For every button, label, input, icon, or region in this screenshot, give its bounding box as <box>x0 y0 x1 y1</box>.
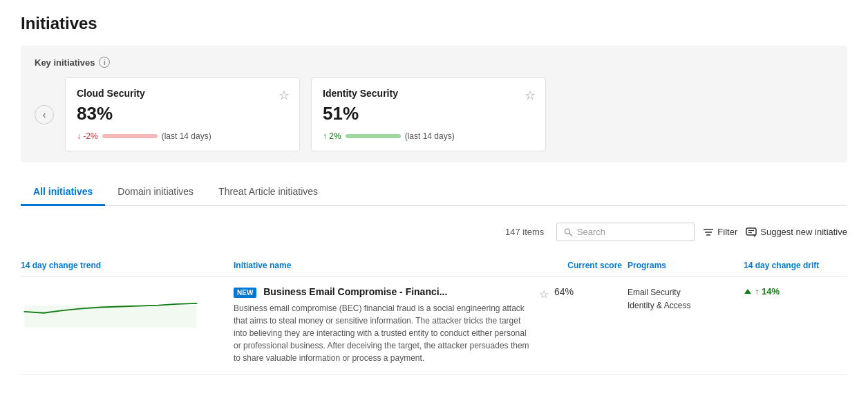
table-header: 14 day change trend Initiative name Curr… <box>21 256 847 276</box>
items-count: 147 items <box>505 227 544 237</box>
program-2: Identity & Access <box>628 299 738 312</box>
page-title: Initiatives <box>21 14 847 33</box>
drift-cell: ↑ 14% <box>744 286 847 297</box>
card-trend-identity: ↑ 2% (last 14 days) <box>323 131 534 141</box>
table-toolbar: 147 items Filter Suggest new init <box>21 217 847 247</box>
filter-icon <box>703 227 714 237</box>
trend-bar-identity <box>346 134 401 138</box>
trend-label-identity: (last 14 days) <box>405 131 455 141</box>
card-title-identity: Identity Security <box>323 88 534 99</box>
table-row: NEW Business Email Compromise - Financi.… <box>21 276 847 375</box>
filter-label: Filter <box>717 227 737 237</box>
col-trend: 14 day change trend <box>21 261 228 270</box>
tabs-section: All initiatives Domain initiatives Threa… <box>21 179 847 206</box>
star-button-identity[interactable]: ☆ <box>525 88 536 103</box>
card-trend-cloud: ↓ -2% (last 14 days) <box>77 131 288 141</box>
trend-value-identity: ↑ 2% <box>323 131 341 141</box>
row-star-button[interactable]: ☆ <box>539 288 549 301</box>
cards-row: ‹ ☆ Cloud Security 83% ↓ -2% (last 14 da… <box>35 77 833 151</box>
svg-rect-8 <box>24 306 196 328</box>
card-percent-cloud: 83% <box>77 103 288 124</box>
col-programs: Programs <box>628 261 738 270</box>
tabs: All initiatives Domain initiatives Threa… <box>21 179 847 206</box>
trend-chart <box>21 286 200 328</box>
drift-up-icon <box>744 288 752 296</box>
programs-cell: Email Security Identity & Access <box>628 286 738 312</box>
initiative-card-cloud-security: ☆ Cloud Security 83% ↓ -2% (last 14 days… <box>65 77 300 151</box>
key-initiatives-label: Key initiatives <box>35 57 95 68</box>
svg-rect-5 <box>746 228 756 235</box>
filter-button[interactable]: Filter <box>703 227 737 237</box>
search-icon <box>564 227 573 237</box>
card-percent-identity: 51% <box>323 103 534 124</box>
drift-value: ↑ 14% <box>744 286 847 297</box>
new-badge: NEW <box>234 288 256 298</box>
score-cell: ☆ 64% <box>539 286 622 301</box>
suggest-button[interactable]: Suggest new initiative <box>746 227 847 237</box>
col-name: Initiative name <box>234 261 534 270</box>
trend-bar-cloud <box>102 134 158 138</box>
initiative-card-identity-security: ☆ Identity Security 51% ↑ 2% (last 14 da… <box>311 77 546 151</box>
prev-button[interactable]: ‹ <box>35 105 54 124</box>
initiative-title-row: NEW Business Email Compromise - Financi.… <box>234 286 534 298</box>
star-button-cloud[interactable]: ☆ <box>279 88 290 103</box>
score-value: 64% <box>554 286 574 297</box>
key-initiatives-section: Key initiatives i ‹ ☆ Cloud Security 83%… <box>21 46 847 162</box>
tab-threat-article-initiatives[interactable]: Threat Article initiatives <box>206 179 330 206</box>
col-drift: 14 day change drift <box>744 261 847 270</box>
initiative-title[interactable]: Business Email Compromise - Financi... <box>263 286 447 297</box>
tab-domain-initiatives[interactable]: Domain initiatives <box>105 179 206 206</box>
svg-marker-9 <box>744 289 751 294</box>
initiative-description: Business email compromise (BEC) financia… <box>234 302 534 364</box>
trend-cell <box>21 286 228 330</box>
suggest-icon <box>746 227 757 237</box>
initiative-name-cell: NEW Business Email Compromise - Financi.… <box>234 286 534 364</box>
table-container: 14 day change trend Initiative name Curr… <box>21 256 847 375</box>
search-input[interactable] <box>577 227 687 237</box>
col-score: Current score <box>539 261 622 270</box>
card-title-cloud: Cloud Security <box>77 88 288 99</box>
suggest-label: Suggest new initiative <box>760 227 847 237</box>
info-icon[interactable]: i <box>99 57 110 68</box>
trend-label-cloud: (last 14 days) <box>162 131 211 141</box>
trend-value-cloud: ↓ -2% <box>77 131 98 141</box>
program-1: Email Security <box>628 286 738 299</box>
tab-all-initiatives[interactable]: All initiatives <box>21 179 105 206</box>
svg-line-1 <box>569 233 572 236</box>
key-initiatives-header: Key initiatives i <box>35 57 833 68</box>
search-box[interactable] <box>556 223 695 241</box>
